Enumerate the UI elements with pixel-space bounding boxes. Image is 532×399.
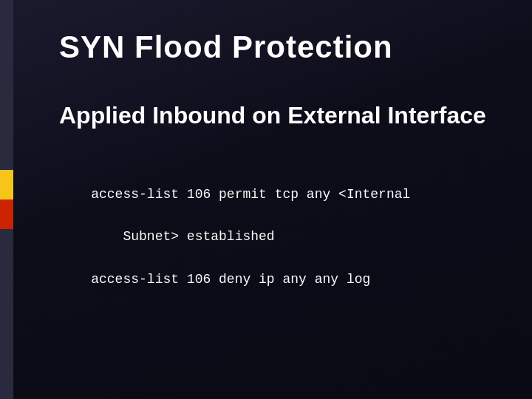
bar-yellow [0, 170, 13, 200]
code-line-2: Subnet> established [91, 229, 274, 244]
code-line-1: access-list 106 permit tcp any <Internal [91, 187, 410, 202]
bar-top [0, 0, 13, 170]
code-block: access-list 106 permit tcp any <Internal… [59, 163, 502, 312]
left-bar [0, 0, 13, 399]
bar-red [0, 200, 13, 229]
code-line-3: access-list 106 deny ip any any log [91, 272, 370, 287]
page-title: SYN Flood Protection [59, 30, 502, 65]
main-content: SYN Flood Protection Applied Inbound on … [22, 0, 532, 399]
subtitle: Applied Inbound on External Interface [59, 102, 502, 129]
bar-bottom [0, 229, 13, 399]
